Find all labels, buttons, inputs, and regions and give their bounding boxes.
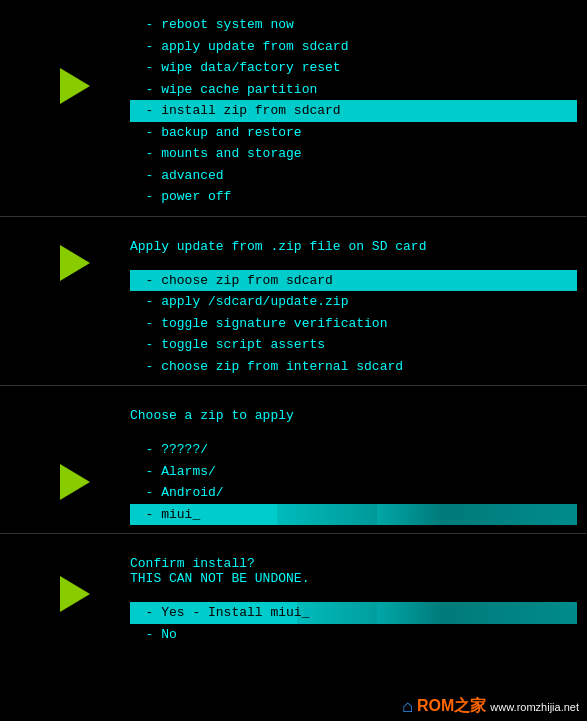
divider-2 (0, 385, 587, 386)
section-1: - reboot system now - apply update from … (0, 0, 587, 229)
menu-item-android[interactable]: - Android/ (130, 482, 577, 504)
menu-item-yes[interactable]: - Yes - Install miui_ (130, 602, 577, 624)
section-2: Apply update from .zip file on SD card -… (0, 229, 587, 399)
arrow-4 (60, 576, 90, 612)
arrow-icon-2 (60, 245, 90, 281)
menu-item-reboot[interactable]: - reboot system now (130, 14, 577, 36)
divider-1 (0, 216, 587, 217)
divider-3 (0, 533, 587, 534)
menu-item-wipe-data[interactable]: - wipe data/factory reset (130, 57, 577, 79)
menu-item-toggle-script[interactable]: - toggle script asserts (130, 334, 577, 356)
section-4: Confirm install? THIS CAN NOT BE UNDONE.… (0, 546, 587, 657)
arrow-icon-4 (60, 576, 90, 612)
arrow-3 (60, 464, 90, 500)
menu-block-1: - reboot system now - apply update from … (0, 6, 587, 212)
menu-item-no[interactable]: - No (130, 624, 577, 646)
arrow-icon-3 (60, 464, 90, 500)
section-3: Choose a zip to apply - ?????/ - Alarms/… (0, 398, 587, 546)
watermark-brand: ROM之家 (417, 696, 486, 717)
menu-item-backup[interactable]: - backup and restore (130, 122, 577, 144)
section3-description: Choose a zip to apply (0, 398, 587, 431)
menu-item-advanced[interactable]: - advanced (130, 165, 577, 187)
menu-item-mounts[interactable]: - mounts and storage (130, 143, 577, 165)
arrow-icon-1 (60, 68, 90, 104)
menu-item-question[interactable]: - ?????/ (130, 439, 577, 461)
watermark: ⌂ ROM之家 www.romzhijia.net (394, 692, 587, 721)
menu-item-apply-update[interactable]: - apply update from sdcard (130, 36, 577, 58)
menu-item-install-zip[interactable]: - install zip from sdcard (130, 100, 577, 122)
menu-item-choose-zip[interactable]: - choose zip from sdcard (130, 270, 577, 292)
menu-item-power-off[interactable]: - power off (130, 186, 577, 208)
menu-item-choose-internal[interactable]: - choose zip from internal sdcard (130, 356, 577, 378)
menu-item-wipe-cache[interactable]: - wipe cache partition (130, 79, 577, 101)
menu-item-apply-sdcard[interactable]: - apply /sdcard/update.zip (130, 291, 577, 313)
menu-item-alarms[interactable]: - Alarms/ (130, 461, 577, 483)
watermark-site: www.romzhijia.net (490, 701, 579, 713)
menu-item-miui[interactable]: - miui_ (130, 504, 577, 526)
menu-item-toggle-sig[interactable]: - toggle signature verification (130, 313, 577, 335)
arrow-2 (60, 245, 90, 281)
house-icon: ⌂ (402, 697, 413, 717)
arrow-1 (60, 68, 90, 104)
